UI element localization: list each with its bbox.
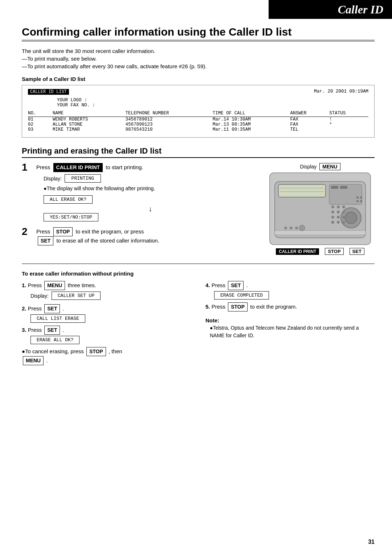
sample-box: CALLER ID LIST Mar. 20 2001 09:19AM YOUR… xyxy=(22,85,375,138)
device-bottom-labels: CALLER ID PRINT STOP SET xyxy=(276,248,364,255)
cancel-bullet-text: ●To cancel erasing, press xyxy=(22,348,84,354)
erase-step-4-desc: 4. Press SET . xyxy=(205,281,375,290)
yes-set-box: YES:SET/NO:STOP xyxy=(44,213,98,221)
cancel-text3: . xyxy=(46,357,48,363)
table-cell-tel: 4567890123 xyxy=(126,122,213,127)
erase-step-1: 1. Press MENU three times. Display: CALL… xyxy=(22,281,191,300)
print-section-heading: Printing and erasing the Caller ID list xyxy=(22,146,375,158)
caller-id-list-label: CALLER ID LIST xyxy=(28,89,69,95)
svg-point-38 xyxy=(284,227,287,229)
svg-text:8: 8 xyxy=(338,216,339,219)
erase-step-4-press: Press xyxy=(212,282,225,288)
display-sequence: ALL ERASE OK? ↓ YES:SET/NO:STOP xyxy=(44,195,257,221)
step-1-display-row: Display: PRINTING xyxy=(44,174,257,183)
menu-key-erase: MENU xyxy=(44,281,65,290)
table-row: 03MIKE TIMAR9876543210Mar.11 09:35AMTEL xyxy=(28,127,368,132)
step-2-text3: to erase all of the stored caller inform… xyxy=(56,237,159,244)
stop-key-cancel: STOP xyxy=(86,347,106,356)
erase-step-1-disp-label: Display: xyxy=(30,293,49,299)
intro-line-1: The unit will store the 30 most recent c… xyxy=(22,48,375,54)
arrow-down: ↓ xyxy=(44,205,257,212)
step-2-row: 2 Press STOP to exit the program, or pre… xyxy=(22,227,257,248)
erase-left-col: 1. Press MENU three times. Display: CALL… xyxy=(22,281,191,370)
menu-key-cancel: MENU xyxy=(23,356,44,365)
svg-text:9: 9 xyxy=(343,216,344,219)
erase-step-3-press: Press xyxy=(28,327,42,333)
svg-rect-20 xyxy=(331,186,338,189)
col-tel: TELEPHONE NUMBER xyxy=(126,111,213,117)
table-cell-status: * xyxy=(329,122,368,127)
svg-text:2: 2 xyxy=(338,206,339,208)
caller-id-table: NO. NAME TELEPHONE NUMBER TIME OF CALL A… xyxy=(28,111,368,132)
caller-id-print-key: CALLER ID PRINT xyxy=(53,163,103,172)
svg-point-23 xyxy=(360,196,362,199)
cancel-text2: , then xyxy=(109,348,122,354)
menu-key-device: MENU xyxy=(319,163,340,170)
header-bar: Caller ID xyxy=(269,0,392,19)
erase-step-4-num: 4. xyxy=(205,282,210,288)
svg-text:1: 1 xyxy=(332,206,333,208)
table-cell-no: 02 xyxy=(28,122,53,127)
table-cell-time: Mar.14 10:30AM xyxy=(213,117,290,122)
table-cell-answer: TEL xyxy=(290,127,329,132)
erase-ok-box: ALL ERASE OK? xyxy=(44,195,93,204)
table-cell-name: WENDY ROBERTS xyxy=(53,117,125,122)
svg-text:3: 3 xyxy=(343,206,344,208)
set-key-4: SET xyxy=(228,281,244,290)
table-cell-time: Mar.11 09:35AM xyxy=(213,127,290,132)
erase-step-4-disp-val: ERASE COMPLETED xyxy=(214,291,269,300)
erase-cancel-bullet: ●To cancel erasing, press STOP , then ME… xyxy=(22,347,191,365)
stop-bottom: STOP xyxy=(325,248,343,255)
table-cell-answer: FAX xyxy=(290,122,329,127)
stop-key: STOP xyxy=(53,227,73,236)
table-cell-status: ! xyxy=(329,117,368,122)
erase-step-1-desc: 1. Press MENU three times. xyxy=(22,281,191,290)
erase-step-3-desc: 3. Press SET . xyxy=(22,326,191,335)
col-status: STATUS xyxy=(329,111,368,117)
col-answer: ANSWER xyxy=(290,111,329,117)
col-no: NO. xyxy=(28,111,53,117)
erase-step-3: 3. Press SET . ERASE ALL OK? xyxy=(22,326,191,343)
step-1-to-start: to start printing. xyxy=(106,164,143,170)
svg-rect-1 xyxy=(278,184,326,197)
erase-step-2-desc2: . xyxy=(63,305,64,311)
device-svg: 1 2 3 4 5 6 7 8 9 ✱ 0 # xyxy=(271,174,369,243)
erase-step-2-press: Press xyxy=(28,305,42,311)
svg-point-22 xyxy=(356,196,359,199)
col-time: TIME OF CALL xyxy=(213,111,290,117)
svg-point-25 xyxy=(360,200,362,202)
sample-section: Sample of a Caller ID list CALLER ID LIS… xyxy=(22,76,375,138)
erase-step-3-num: 3. xyxy=(22,327,26,333)
device-illustration: 1 2 3 4 5 6 7 8 9 ✱ 0 # xyxy=(269,172,371,245)
erase-step-1-press: Press xyxy=(28,282,42,288)
erase-step-1-desc2: three times. xyxy=(68,282,96,288)
table-cell-tel: 3456789012 xyxy=(126,117,213,122)
caller-id-print-bottom: CALLER ID PRINT xyxy=(276,248,319,255)
device-area: Display MENU xyxy=(266,163,375,255)
step-1-bullet: ●The display will show the following aft… xyxy=(44,185,257,192)
svg-rect-19 xyxy=(275,231,366,235)
steps-left: 1 Press CALLER ID PRINT to start printin… xyxy=(22,163,257,255)
step-1-press: Press xyxy=(36,164,50,170)
erase-step-2-disp-val: CALL LIST ERASE xyxy=(30,314,85,323)
steps-area: 1 Press CALLER ID PRINT to start printin… xyxy=(22,163,375,255)
step-1-display-label: Display: xyxy=(44,176,62,182)
set-bottom: SET xyxy=(350,248,364,255)
erase-step-3-desc2: . xyxy=(63,327,64,333)
erase-step-2: 2. Press SET . CALL LIST ERASE xyxy=(22,304,191,321)
note-text-0: ●Telstra, Optus and Telecom New Zealand … xyxy=(210,324,375,339)
device-top-label: Display MENU xyxy=(300,163,340,170)
svg-text:7: 7 xyxy=(332,216,333,219)
svg-text:#: # xyxy=(343,221,344,224)
erase-step-4: 4. Press SET . ERASE COMPLETED xyxy=(205,281,375,298)
erase-cancel-text: ●To cancel erasing, press STOP , then ME… xyxy=(22,347,191,365)
step-1-row: 1 Press CALLER ID PRINT to start printin… xyxy=(22,163,257,221)
erase-heading: To erase caller information without prin… xyxy=(22,270,375,277)
your-fax: YOUR FAX NO. : xyxy=(57,103,368,108)
svg-point-6 xyxy=(345,212,357,224)
svg-text:0: 0 xyxy=(338,221,339,224)
note-label: Note: xyxy=(205,317,375,323)
set-key-2: SET xyxy=(44,304,60,313)
intro-line-3: —To print automatically after every 30 n… xyxy=(22,63,375,69)
erase-step-2-desc: 2. Press SET . xyxy=(22,304,191,313)
